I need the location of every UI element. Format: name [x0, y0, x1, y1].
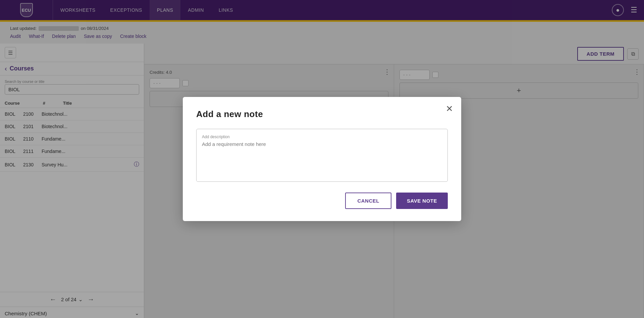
- textarea-label: Add description: [202, 135, 442, 139]
- add-note-modal: ✕ Add a new note Add description CANCEL …: [183, 97, 461, 221]
- description-textarea[interactable]: [202, 141, 442, 175]
- modal-actions: CANCEL SAVE NOTE: [196, 193, 448, 209]
- save-note-button[interactable]: SAVE NOTE: [396, 193, 448, 209]
- modal-overlay[interactable]: ✕ Add a new note Add description CANCEL …: [0, 0, 644, 318]
- modal-textarea-wrap: Add description: [196, 129, 448, 182]
- modal-title: Add a new note: [196, 109, 448, 119]
- cancel-button[interactable]: CANCEL: [345, 193, 391, 209]
- modal-close-button[interactable]: ✕: [446, 104, 453, 114]
